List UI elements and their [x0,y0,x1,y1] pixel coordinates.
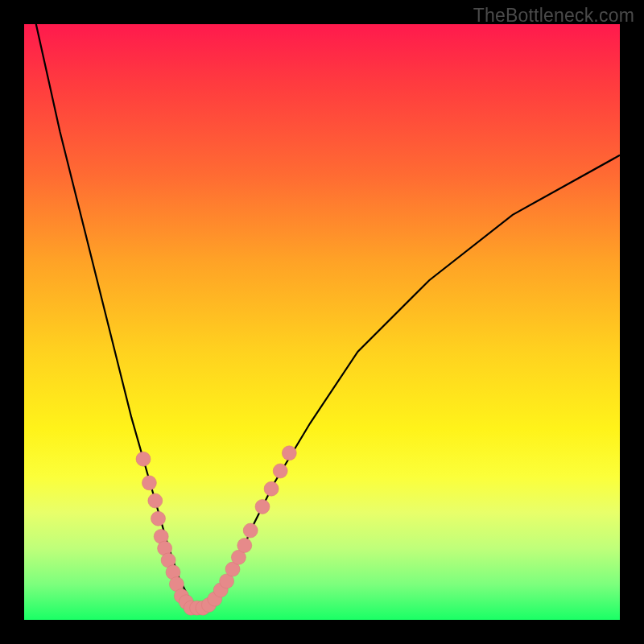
marker-dot [282,446,296,460]
curve-markers [136,446,296,615]
marker-dot [264,481,279,496]
marker-dot [255,499,270,514]
plot-area [24,24,620,620]
bottleneck-curve [24,0,620,608]
marker-dot [142,476,156,490]
curve-svg [24,24,620,620]
marker-dot [273,464,287,478]
chart-stage: TheBottleneck.com [0,0,644,644]
marker-dot [151,511,166,526]
watermark-label: TheBottleneck.com [473,5,634,27]
marker-dot [237,539,252,553]
marker-dot [148,493,163,508]
marker-dot [243,523,258,538]
marker-dot [136,452,151,466]
